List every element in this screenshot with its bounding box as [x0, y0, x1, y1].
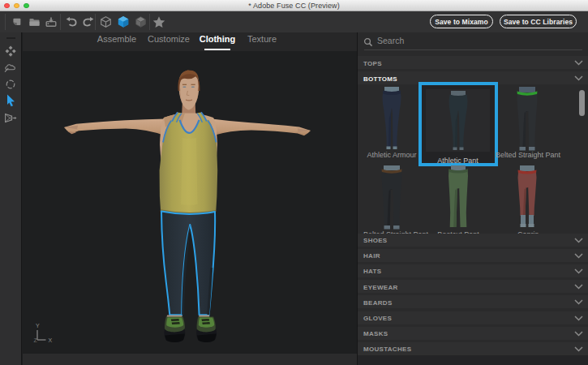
svg-text:X: X	[49, 337, 53, 343]
svg-text:Y: Y	[36, 323, 40, 328]
svg-text:Z: Z	[34, 337, 38, 343]
